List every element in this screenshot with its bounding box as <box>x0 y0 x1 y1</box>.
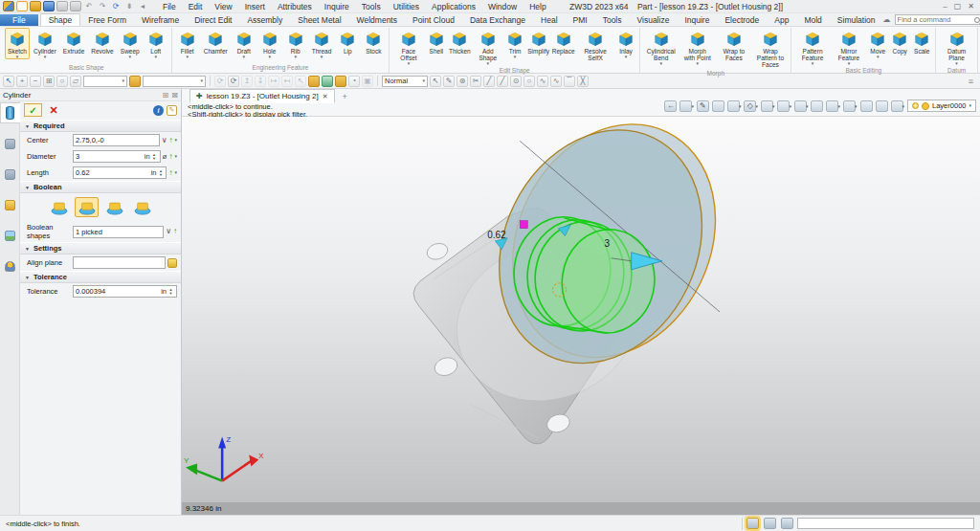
wrap-pattern-to-faces-button[interactable]: Wrap Pattern to Faces <box>752 28 788 69</box>
tab-close-icon[interactable]: ✕ <box>323 93 328 100</box>
section-tolerance[interactable]: ▼ Tolerance <box>20 271 181 283</box>
redo-icon[interactable]: ↷ <box>97 1 108 11</box>
pick-plane-icon[interactable] <box>167 258 177 268</box>
field-caret-icon[interactable]: ▾ <box>174 138 177 143</box>
ribbon-tab[interactable]: Weldments <box>349 14 405 26</box>
sketch-button[interactable]: Sketch ▾ <box>5 28 30 59</box>
pick-input-icon[interactable]: ↑ <box>168 153 172 161</box>
entity-filter-combo[interactable]: ▾ <box>143 76 206 87</box>
pick-input-icon[interactable]: ↑ <box>168 137 172 144</box>
find-command-input[interactable] <box>898 15 974 24</box>
cylinder-command-tab[interactable] <box>0 102 20 123</box>
cancel-button[interactable]: ✕ <box>46 104 61 117</box>
constraint-state-icon[interactable]: ▣ <box>362 76 373 87</box>
pick-input-icon[interactable]: ↑ <box>168 169 172 177</box>
plot-icon[interactable] <box>70 1 81 11</box>
menu-item[interactable]: Window <box>482 1 523 12</box>
menu-item[interactable]: Utilities <box>388 1 425 12</box>
layer-combo[interactable]: Layer0000 ▾ <box>907 100 976 112</box>
app-logo-icon[interactable] <box>3 1 14 11</box>
mirror-feature-button[interactable]: Mirror Feature ▾ <box>832 28 867 66</box>
new-file-icon[interactable] <box>16 1 28 11</box>
trim-scissors-icon[interactable]: ✂ <box>470 76 481 87</box>
display-panel-icon[interactable] <box>764 518 776 529</box>
polygon-select-icon[interactable]: ▱ <box>70 76 81 87</box>
add-shape-button[interactable]: Add Shape ▾ <box>473 28 503 66</box>
render-manager-tab[interactable] <box>1 225 19 246</box>
menu-item[interactable]: Insert <box>239 1 271 12</box>
cylinder-button[interactable]: Cylinder ▾ <box>31 28 59 59</box>
pick-last-icon[interactable]: ⊞ <box>43 76 55 87</box>
save-icon[interactable] <box>43 1 55 11</box>
tolerance-field[interactable]: 0.000394 in ▲▼ <box>73 285 177 298</box>
timer-icon[interactable]: ◔ <box>348 76 360 87</box>
export-doc-icon[interactable] <box>335 76 346 87</box>
ribbon-tab[interactable]: Sheet Metal <box>290 14 348 26</box>
select-cursor-icon[interactable]: ↖ <box>3 76 14 87</box>
section-required[interactable]: ▼ Required <box>20 120 181 132</box>
cloud-icon[interactable]: ☁ <box>883 16 891 24</box>
regen-auto-icon[interactable]: ⟳ <box>214 76 226 87</box>
ref-point-icon[interactable]: ⊛ <box>457 76 468 87</box>
sweep-button[interactable]: Sweep ▾ <box>118 28 143 59</box>
close-button[interactable]: ✕ <box>968 2 974 11</box>
menu-item[interactable]: Help <box>523 1 551 12</box>
boolean-add-icon[interactable] <box>75 197 99 217</box>
loft-button[interactable]: Loft ▾ <box>144 28 168 59</box>
draft-button[interactable]: Draft ▾ <box>232 28 256 59</box>
spinner[interactable]: ▲▼ <box>151 153 158 161</box>
extrude-button[interactable]: Extrude <box>60 28 87 55</box>
datum-plane-button[interactable]: Datum Plane ▾ <box>939 28 974 66</box>
new-document-tab-button[interactable]: + <box>335 89 355 103</box>
resolve-selfx-button[interactable]: Resolve SelfX <box>576 28 613 62</box>
style-combo[interactable]: Normal▾ <box>382 76 428 87</box>
menu-item[interactable]: Applications <box>426 1 481 12</box>
shell-button[interactable]: Shell <box>426 28 447 55</box>
thicken-button[interactable]: Thicken <box>448 28 472 55</box>
spinner[interactable]: ▲▼ <box>167 288 174 296</box>
chamfer-button[interactable]: Chamfer <box>201 28 231 55</box>
ribbon-tab[interactable]: Visualize <box>630 14 678 26</box>
expand-chevron-icon[interactable]: ∨ <box>162 137 167 144</box>
regen-all-icon[interactable]: ⟳ <box>228 76 239 87</box>
find-command-box[interactable] <box>895 14 980 25</box>
pick-point-icon[interactable]: ↖ <box>430 76 441 87</box>
revolve-button[interactable]: Revolve <box>88 28 116 55</box>
cursor-mode-icon[interactable]: ↖ <box>295 76 306 87</box>
cylindrical-bend-button[interactable]: Cylindrical Bend ▾ <box>643 28 679 66</box>
thread-button[interactable]: Thread ▾ <box>309 28 335 59</box>
sketch-pencil-icon[interactable]: ✎ <box>443 76 455 87</box>
document-tab[interactable]: ✚ lesson 19.Z3 - [Outlet Housing 2] ✕ <box>189 89 335 103</box>
ribbon-tab[interactable]: Data Exchange <box>462 14 533 26</box>
ribbon-tab[interactable]: Mold <box>796 14 829 26</box>
history-down-icon[interactable]: ↧ <box>255 76 266 87</box>
view-icon[interactable]: ✎ <box>697 100 709 112</box>
length-field[interactable]: 0.62 in ▲▼ <box>73 166 167 179</box>
face-offset-button[interactable]: Face Offset ▾ <box>392 28 424 66</box>
hole-button[interactable]: Hole ▾ <box>257 28 282 59</box>
boolean-intersect-icon[interactable] <box>130 197 154 217</box>
regen-icon[interactable]: ⟳ <box>110 1 122 11</box>
qat-collapse-icon[interactable]: ◂ <box>137 1 148 11</box>
morph-with-point-button[interactable]: Morph with Point ▾ <box>679 28 715 66</box>
restore-button[interactable]: ▢ <box>954 2 962 11</box>
ribbon-tab[interactable]: Shape <box>40 13 81 26</box>
spinner[interactable]: ▲▼ <box>157 169 164 177</box>
menu-item[interactable]: File <box>157 1 182 12</box>
pick-filter-combo[interactable]: ▾ <box>83 76 127 87</box>
panel-close-icon[interactable]: ⊠ <box>171 91 178 100</box>
plate-hole[interactable] <box>433 355 459 379</box>
simplify-button[interactable]: Simplify <box>526 28 550 55</box>
qat-dropdown-icon[interactable]: ⇟ <box>123 1 135 11</box>
expand-chevron-icon[interactable]: ∨ <box>166 228 171 235</box>
spline-icon[interactable]: ∿ <box>537 76 548 87</box>
ok-button[interactable]: ✓ <box>24 103 42 117</box>
ribbon-tab[interactable]: File <box>0 14 38 26</box>
arc-icon[interactable]: ⌒ <box>564 76 575 87</box>
ribbon-tab[interactable]: Electrode <box>717 14 767 26</box>
rib-button[interactable]: Rib ▾ <box>283 28 308 59</box>
ribbon-tab[interactable]: PMI <box>566 14 595 26</box>
trim-button[interactable]: Trim ▾ <box>504 28 525 59</box>
boolean-base-icon[interactable] <box>47 197 71 217</box>
center-field[interactable]: 2.75,0,-0 <box>73 134 160 146</box>
